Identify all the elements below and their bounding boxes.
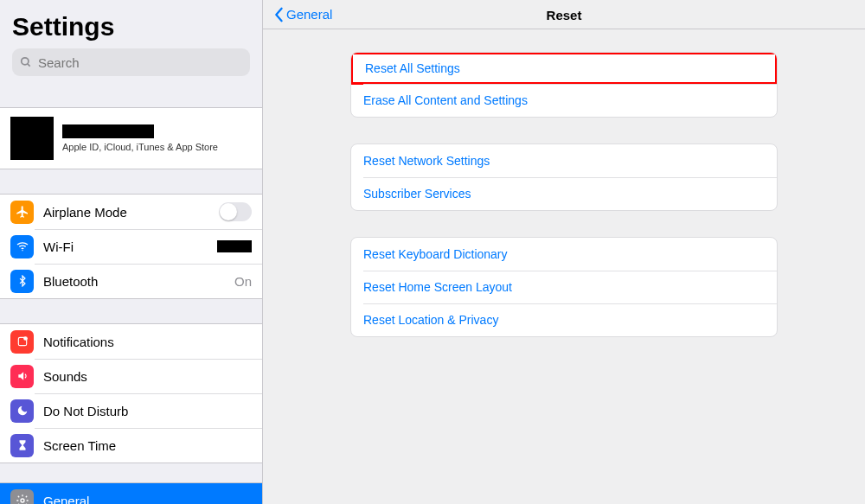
- reset-home-row[interactable]: Reset Home Screen Layout: [351, 271, 777, 303]
- sidebar-item-label: Airplane Mode: [43, 205, 219, 220]
- erase-all-row[interactable]: Erase All Content and Settings: [351, 84, 777, 117]
- account-subtitle: Apple ID, iCloud, iTunes & App Store: [62, 142, 218, 152]
- sidebar-item-label: General: [43, 494, 252, 505]
- row-label: Erase All Content and Settings: [363, 93, 528, 107]
- sidebar-item-label: Notifications: [43, 335, 252, 349]
- svg-point-2: [22, 250, 22, 251]
- apple-id-row[interactable]: Apple ID, iCloud, iTunes & App Store: [0, 107, 262, 169]
- account-name-redacted: [62, 124, 154, 138]
- hourglass-icon: [10, 434, 34, 457]
- sidebar-item-wifi[interactable]: Wi-Fi: [0, 229, 262, 264]
- airplane-toggle[interactable]: [219, 202, 252, 221]
- sidebar-item-sounds[interactable]: Sounds: [0, 359, 262, 393]
- search-icon: [20, 56, 32, 68]
- chevron-left-icon: [273, 7, 284, 22]
- sidebar-item-label: Sounds: [43, 369, 252, 384]
- reset-group-3: Reset Keyboard Dictionary Reset Home Scr…: [350, 237, 778, 337]
- sidebar-item-label: Screen Time: [43, 438, 252, 453]
- row-label: Reset Location & Privacy: [363, 313, 498, 327]
- svg-point-0: [22, 58, 29, 65]
- sidebar: Settings Apple ID, iCloud, iTunes & App …: [0, 0, 263, 504]
- reset-keyboard-row[interactable]: Reset Keyboard Dictionary: [351, 238, 777, 271]
- sidebar-group-alerts: Notifications Sounds Do Not Disturb Scre…: [0, 323, 262, 463]
- notifications-icon: [10, 330, 34, 354]
- page-title: Settings: [12, 12, 250, 41]
- row-label: Reset Network Settings: [363, 154, 490, 168]
- moon-icon: [10, 399, 34, 423]
- airplane-icon: [10, 201, 34, 224]
- reset-network-row[interactable]: Reset Network Settings: [351, 144, 777, 177]
- sidebar-group-connectivity: Airplane Mode Wi-Fi Bluetooth On: [0, 194, 262, 299]
- sidebar-item-bluetooth[interactable]: Bluetooth On: [0, 264, 262, 298]
- avatar: [10, 117, 54, 160]
- svg-line-1: [28, 64, 30, 67]
- back-label: General: [286, 7, 332, 22]
- reset-location-row[interactable]: Reset Location & Privacy: [351, 303, 777, 336]
- bluetooth-value: On: [234, 274, 252, 289]
- row-label: Subscriber Services: [363, 187, 471, 201]
- bluetooth-icon: [10, 270, 34, 293]
- sounds-icon: [10, 365, 34, 388]
- wifi-icon: [10, 235, 34, 258]
- row-label: Reset Home Screen Layout: [363, 280, 512, 294]
- wifi-value-redacted: [217, 240, 252, 252]
- row-label: Reset All Settings: [365, 61, 460, 75]
- sidebar-item-dnd[interactable]: Do Not Disturb: [0, 393, 262, 428]
- sidebar-item-general[interactable]: General: [0, 483, 262, 504]
- sidebar-group-general: General: [0, 482, 262, 504]
- gear-icon: [10, 489, 34, 505]
- sidebar-item-label: Do Not Disturb: [43, 404, 252, 418]
- search-input[interactable]: [12, 48, 250, 76]
- subscriber-services-row[interactable]: Subscriber Services: [351, 177, 777, 210]
- sidebar-item-label: Bluetooth: [43, 274, 234, 289]
- row-label: Reset Keyboard Dictionary: [363, 247, 508, 261]
- reset-group-1: Reset All Settings Erase All Content and…: [350, 52, 778, 118]
- reset-group-2: Reset Network Settings Subscriber Servic…: [350, 144, 778, 211]
- sidebar-item-notifications[interactable]: Notifications: [0, 324, 262, 359]
- svg-point-4: [23, 336, 28, 341]
- nav-title: Reset: [547, 7, 582, 22]
- sidebar-item-airplane[interactable]: Airplane Mode: [0, 195, 262, 229]
- search-field[interactable]: [12, 48, 250, 76]
- nav-bar: General Reset: [263, 0, 865, 29]
- reset-all-settings-row[interactable]: Reset All Settings: [350, 52, 778, 85]
- detail-pane: General Reset Reset All Settings Erase A…: [263, 0, 865, 504]
- back-button[interactable]: General: [273, 7, 332, 22]
- sidebar-item-screentime[interactable]: Screen Time: [0, 428, 262, 463]
- svg-point-5: [21, 499, 24, 502]
- sidebar-item-label: Wi-Fi: [43, 239, 217, 254]
